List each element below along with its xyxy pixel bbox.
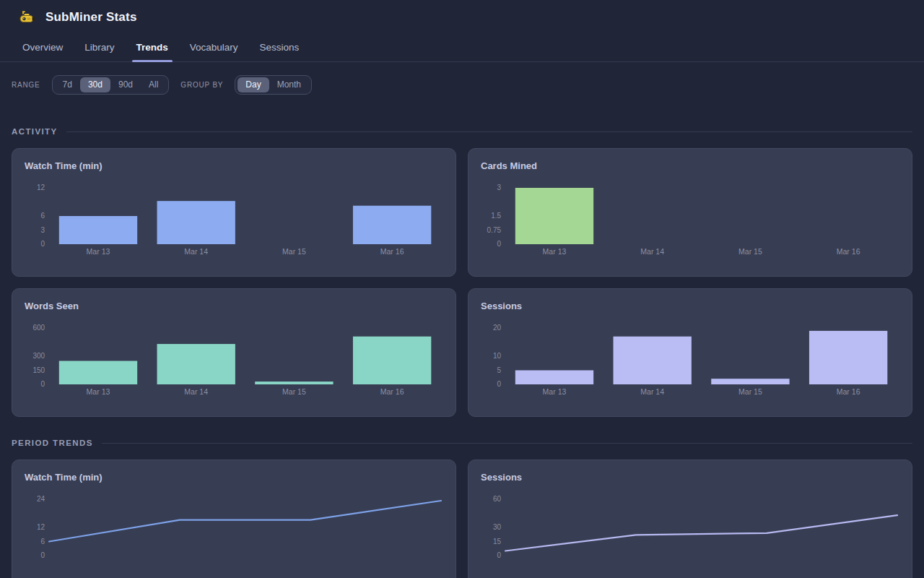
- y-axis-tick: 10: [493, 353, 502, 361]
- bar: [353, 337, 431, 384]
- section-divider: [66, 131, 912, 132]
- range-label: RANGE: [12, 81, 40, 89]
- bar: [614, 337, 692, 384]
- y-axis-tick: 0.75: [487, 226, 502, 234]
- bar-chart: 03612Mar 13Mar 14Mar 15Mar 16: [25, 178, 444, 259]
- y-axis-tick: 0: [497, 552, 502, 560]
- bar: [711, 379, 789, 384]
- bar: [157, 344, 235, 384]
- y-axis-tick: 0: [497, 381, 502, 389]
- group-by-label: GROUP BY: [180, 81, 223, 89]
- chart-title: Watch Time (min): [25, 160, 444, 171]
- y-axis-tick: 3: [497, 184, 502, 192]
- tab-bar: Overview Library Trends Vocabulary Sessi…: [0, 29, 924, 62]
- tab-sessions[interactable]: Sessions: [256, 36, 304, 61]
- bar: [515, 371, 593, 385]
- y-axis-tick: 5: [497, 366, 502, 374]
- group-option-day[interactable]: Day: [237, 77, 269, 92]
- y-axis-tick: 24: [37, 496, 45, 504]
- x-axis-label: Mar 13: [87, 387, 110, 396]
- x-axis-label: Mar 15: [282, 387, 306, 396]
- x-axis-label: Mar 15: [738, 247, 762, 256]
- chart-card: Sessions0153060: [468, 460, 912, 578]
- chart-title: Sessions: [481, 472, 900, 483]
- bar-chart: 00.751.53Mar 13Mar 14Mar 15Mar 16: [481, 178, 900, 259]
- chart-card: Sessions051020Mar 13Mar 14Mar 15Mar 16: [468, 288, 912, 417]
- y-axis-tick: 30: [493, 524, 502, 532]
- x-axis-label: Mar 16: [837, 387, 860, 396]
- x-axis-label: Mar 16: [380, 387, 404, 396]
- range-option-30d[interactable]: 30d: [80, 77, 110, 92]
- x-axis-label: Mar 16: [837, 247, 860, 256]
- line-chart: 0153060: [481, 489, 900, 570]
- tab-overview[interactable]: Overview: [18, 36, 67, 61]
- section-activity: ACTIVITY Watch Time (min)03612Mar 13Mar …: [12, 127, 912, 417]
- bar: [157, 201, 235, 244]
- y-axis-tick: 3: [41, 226, 45, 234]
- group-by-segmented-control: Day Month: [235, 75, 312, 95]
- y-axis-tick: 300: [32, 353, 45, 361]
- y-axis-tick: 1.5: [491, 212, 501, 220]
- filter-controls: RANGE 7d 30d 90d All GROUP BY Day Month: [0, 62, 924, 95]
- y-axis-tick: 6: [41, 538, 45, 545]
- tab-trends[interactable]: Trends: [132, 36, 173, 61]
- range-option-all[interactable]: All: [141, 77, 166, 92]
- x-axis-label: Mar 14: [640, 247, 664, 256]
- range-option-90d[interactable]: 90d: [110, 77, 141, 92]
- tab-vocabulary[interactable]: Vocabulary: [186, 36, 243, 61]
- chart-title: Cards Mined: [481, 160, 900, 171]
- submarine-icon: [19, 11, 35, 24]
- y-axis-tick: 0: [497, 241, 502, 249]
- x-axis-label: Mar 16: [380, 247, 404, 256]
- range-segmented-control: 7d 30d 90d All: [52, 75, 170, 95]
- line-chart: 061224: [25, 489, 444, 570]
- chart-card: Watch Time (min)061224: [12, 460, 456, 578]
- x-axis-label: Mar 13: [543, 387, 567, 396]
- tab-library[interactable]: Library: [80, 36, 118, 61]
- range-option-7d[interactable]: 7d: [55, 77, 80, 92]
- y-axis-tick: 12: [37, 524, 45, 532]
- section-title-period-trends: PERIOD TRENDS: [12, 439, 93, 447]
- x-axis-label: Mar 14: [184, 247, 208, 256]
- trend-line: [49, 501, 441, 542]
- bar: [809, 331, 887, 384]
- y-axis-tick: 600: [32, 324, 45, 332]
- y-axis-tick: 0: [41, 381, 45, 389]
- activity-chart-grid: Watch Time (min)03612Mar 13Mar 14Mar 15M…: [12, 148, 912, 417]
- section-title-activity: ACTIVITY: [12, 127, 58, 136]
- y-axis-tick: 6: [41, 212, 45, 220]
- period-trends-chart-grid: Watch Time (min)061224Sessions0153060: [12, 460, 912, 578]
- x-axis-label: Mar 13: [543, 247, 567, 256]
- section-divider: [102, 443, 912, 444]
- x-axis-label: Mar 15: [738, 387, 762, 396]
- chart-card: Cards Mined00.751.53Mar 13Mar 14Mar 15Ma…: [468, 148, 912, 277]
- x-axis-label: Mar 14: [640, 387, 664, 396]
- y-axis-tick: 15: [493, 538, 502, 545]
- bar-chart: 051020Mar 13Mar 14Mar 15Mar 16: [481, 318, 900, 399]
- chart-title: Sessions: [481, 301, 900, 311]
- bar-chart: 0150300600Mar 13Mar 14Mar 15Mar 16: [25, 318, 444, 399]
- bar: [353, 206, 431, 244]
- y-axis-tick: 60: [493, 496, 502, 504]
- app-title: SubMiner Stats: [45, 10, 137, 25]
- y-axis-tick: 12: [37, 184, 45, 192]
- bar: [59, 361, 137, 385]
- bar: [515, 188, 593, 244]
- chart-title: Watch Time (min): [25, 472, 444, 483]
- trend-line: [505, 515, 897, 551]
- chart-title: Words Seen: [25, 301, 444, 311]
- x-axis-label: Mar 15: [282, 247, 306, 256]
- chart-card: Watch Time (min)03612Mar 13Mar 14Mar 15M…: [12, 148, 456, 277]
- y-axis-tick: 0: [41, 241, 45, 249]
- bar: [255, 381, 333, 384]
- y-axis-tick: 0: [41, 552, 45, 560]
- bar: [59, 216, 137, 244]
- y-axis-tick: 150: [32, 366, 45, 374]
- y-axis-tick: 20: [493, 324, 502, 332]
- chart-card: Words Seen0150300600Mar 13Mar 14Mar 15Ma…: [12, 288, 456, 417]
- section-period-trends: PERIOD TRENDS Watch Time (min)061224Sess…: [12, 439, 912, 578]
- group-option-month[interactable]: Month: [269, 77, 309, 92]
- x-axis-label: Mar 13: [87, 247, 110, 256]
- app-header: SubMiner Stats: [0, 0, 924, 29]
- x-axis-label: Mar 14: [184, 387, 208, 396]
